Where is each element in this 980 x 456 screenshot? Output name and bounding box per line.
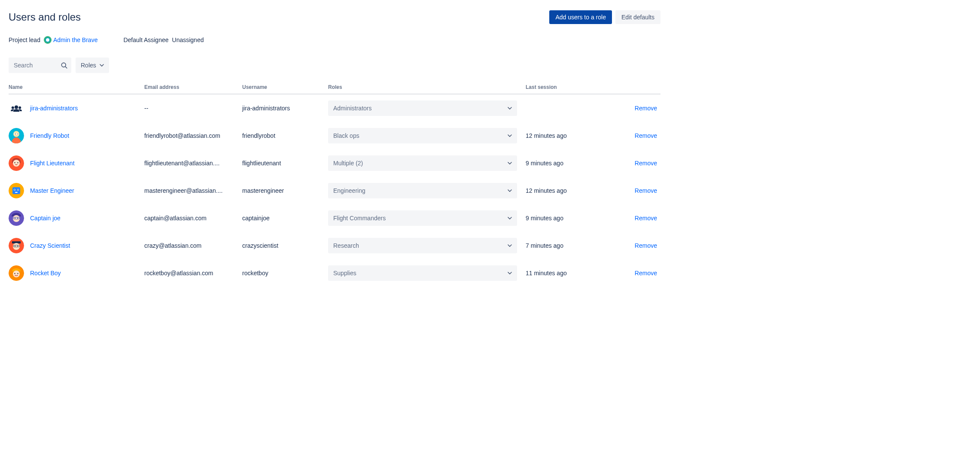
- column-name: Name: [9, 81, 144, 94]
- role-select[interactable]: Engineering: [328, 183, 517, 198]
- roles-filter-label: Roles: [81, 62, 96, 69]
- svg-line-1: [65, 67, 67, 68]
- users-table: Name Email address Username Roles Last s…: [9, 81, 660, 287]
- email-value: captain@atlassian.com: [144, 215, 234, 222]
- chevron-down-icon: [508, 217, 512, 219]
- project-lead-label: Project lead: [9, 36, 40, 43]
- last-session-value: 12 minutes ago: [526, 122, 596, 149]
- user-link[interactable]: Flight Lieutenant: [30, 160, 75, 167]
- chevron-down-icon: [508, 107, 512, 109]
- group-icon: [9, 100, 24, 116]
- username-value: rocketboy: [242, 259, 328, 287]
- page-title: Users and roles: [9, 11, 81, 23]
- roles-filter[interactable]: Roles: [76, 58, 109, 73]
- chevron-down-icon: [508, 162, 512, 164]
- table-row: jira-administrators--jira-administrators…: [9, 94, 660, 122]
- remove-link[interactable]: Remove: [635, 270, 657, 277]
- table-row: Friendly Robotfriendlyrobot@atlassian.co…: [9, 122, 660, 149]
- table-row: Master Engineermasterengineer@atlassian.…: [9, 177, 660, 204]
- last-session-value: 9 minutes ago: [526, 204, 596, 232]
- chevron-down-icon: [100, 64, 104, 67]
- column-username: Username: [242, 81, 328, 94]
- table-row: Captain joecaptain@atlassian.comcaptainj…: [9, 204, 660, 232]
- role-label: Black ops: [333, 132, 359, 139]
- username-value: friendlyrobot: [242, 122, 328, 149]
- user-link[interactable]: Captain joe: [30, 215, 61, 222]
- chevron-down-icon: [508, 272, 512, 274]
- role-select[interactable]: Black ops: [328, 128, 517, 143]
- email-value: crazy@atlassian.com: [144, 242, 234, 249]
- role-select[interactable]: Research: [328, 238, 517, 253]
- edit-defaults-button[interactable]: Edit defaults: [615, 10, 660, 24]
- lead-avatar-icon: [44, 36, 52, 44]
- email-value: friendlyrobot@atlassian.com: [144, 132, 234, 139]
- username-value: jira-administrators: [242, 94, 328, 122]
- search-icon: [60, 61, 68, 69]
- column-last-session: Last session: [526, 81, 596, 94]
- user-link[interactable]: Friendly Robot: [30, 132, 69, 139]
- search-input[interactable]: [14, 62, 60, 69]
- email-value: --: [144, 105, 234, 112]
- user-avatar: [9, 210, 24, 226]
- column-email: Email address: [144, 81, 242, 94]
- email-value: flightlieutenant@atlassian....: [144, 160, 234, 167]
- column-roles: Roles: [328, 81, 526, 94]
- user-link[interactable]: Rocket Boy: [30, 270, 61, 277]
- table-row: Rocket Boyrocketboy@atlassian.comrocketb…: [9, 259, 660, 287]
- project-lead-link[interactable]: Admin the Brave: [44, 36, 98, 44]
- remove-link[interactable]: Remove: [635, 132, 657, 139]
- email-value: masterengineer@atlassian....: [144, 187, 234, 194]
- email-value: rocketboy@atlassian.com: [144, 270, 234, 277]
- remove-link[interactable]: Remove: [635, 105, 657, 112]
- role-select[interactable]: Flight Commanders: [328, 210, 517, 226]
- user-avatar: [9, 265, 24, 281]
- remove-link[interactable]: Remove: [635, 187, 657, 194]
- last-session-value: 9 minutes ago: [526, 149, 596, 177]
- default-assignee-value: Unassigned: [172, 36, 204, 43]
- table-row: Flight Lieutenantflightlieutenant@atlass…: [9, 149, 660, 177]
- chevron-down-icon: [508, 134, 512, 137]
- user-avatar: [9, 128, 24, 143]
- user-avatar: [9, 155, 24, 171]
- role-label: Flight Commanders: [333, 215, 386, 222]
- role-label: Administrators: [333, 105, 371, 112]
- chevron-down-icon: [508, 244, 512, 247]
- username-value: flightlieutenant: [242, 149, 328, 177]
- role-label: Research: [333, 242, 359, 249]
- user-avatar: [9, 183, 24, 198]
- user-avatar: [9, 238, 24, 253]
- role-select[interactable]: Multiple (2): [328, 155, 517, 171]
- username-value: crazyscientist: [242, 232, 328, 259]
- username-value: masterengineer: [242, 177, 328, 204]
- search-box[interactable]: [9, 58, 71, 73]
- last-session-value: [526, 94, 596, 122]
- project-lead-name: Admin the Brave: [53, 36, 98, 43]
- user-link[interactable]: Master Engineer: [30, 187, 74, 194]
- default-assignee-label: Default Assignee: [123, 36, 168, 43]
- role-select[interactable]: Administrators: [328, 100, 517, 116]
- username-value: captainjoe: [242, 204, 328, 232]
- chevron-down-icon: [508, 189, 512, 192]
- last-session-value: 11 minutes ago: [526, 259, 596, 287]
- user-link[interactable]: jira-administrators: [30, 105, 78, 112]
- role-select[interactable]: Supplies: [328, 265, 517, 281]
- last-session-value: 7 minutes ago: [526, 232, 596, 259]
- table-row: Crazy Scientistcrazy@atlassian.comcrazys…: [9, 232, 660, 259]
- role-label: Supplies: [333, 270, 356, 277]
- last-session-value: 12 minutes ago: [526, 177, 596, 204]
- remove-link[interactable]: Remove: [635, 160, 657, 167]
- remove-link[interactable]: Remove: [635, 242, 657, 249]
- user-link[interactable]: Crazy Scientist: [30, 242, 70, 249]
- remove-link[interactable]: Remove: [635, 215, 657, 222]
- role-label: Multiple (2): [333, 160, 363, 167]
- add-users-button[interactable]: Add users to a role: [549, 10, 612, 24]
- role-label: Engineering: [333, 187, 365, 194]
